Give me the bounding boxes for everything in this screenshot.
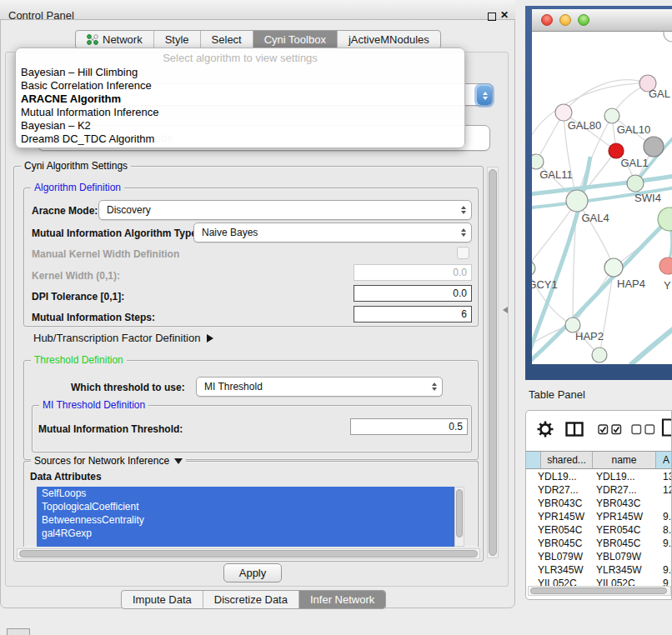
hub-definition-label: Hub/Transcription Factor Definition xyxy=(33,332,200,344)
which-threshold-combo[interactable]: MI Threshold xyxy=(196,377,443,397)
network-node[interactable] xyxy=(592,348,607,362)
attribute-item[interactable]: gal4RGexp xyxy=(37,527,454,540)
settings-scrollbar[interactable] xyxy=(487,167,499,558)
tab-jactivemnodules[interactable]: jActiveMNodules xyxy=(337,31,440,48)
table-cell: 12 xyxy=(663,484,672,496)
network-node-swi4[interactable] xyxy=(627,175,644,192)
threshold-definition-title: Threshold Definition xyxy=(31,354,127,367)
network-node-gal10[interactable] xyxy=(604,108,619,123)
tab-network[interactable]: Network xyxy=(76,31,153,48)
tab-style[interactable]: Style xyxy=(153,31,200,48)
mi-threshold-field[interactable] xyxy=(350,418,468,435)
tab-discretize-data[interactable]: Discretize Data xyxy=(203,591,298,608)
gear-icon[interactable] xyxy=(536,420,554,438)
minimize-traffic-light-icon[interactable] xyxy=(559,14,571,26)
network-node[interactable] xyxy=(664,32,672,42)
tab-select[interactable]: Select xyxy=(200,31,253,48)
algorithm-option[interactable]: Bayesian – K2 xyxy=(21,119,91,132)
network-node[interactable] xyxy=(644,137,664,157)
table-cell: YER054C xyxy=(596,524,640,536)
table-cell: 9. xyxy=(663,538,671,549)
network-node-hap4[interactable] xyxy=(604,258,623,277)
tab-label: Network xyxy=(103,33,143,46)
tab-cyni-toolbox[interactable]: Cyni Toolbox xyxy=(253,31,337,48)
split-columns-icon[interactable] xyxy=(565,422,584,437)
algorithm-option[interactable]: ARACNE Algorithm xyxy=(21,92,121,106)
table-row[interactable]: YBL079WYBL079W xyxy=(526,550,672,563)
table-row[interactable]: YDL19...YDL19...13 xyxy=(526,470,672,483)
network-node-gal80[interactable] xyxy=(555,104,572,121)
network-window-titlebar[interactable] xyxy=(532,9,672,32)
float-window-icon[interactable] xyxy=(488,12,496,21)
data-attributes-label: Data Attributes xyxy=(30,471,102,482)
table-cell: YBL079W xyxy=(538,551,583,562)
algorithm-definition-title: Algorithm Definition xyxy=(31,182,124,194)
aracne-mode-combo[interactable]: Discovery xyxy=(98,200,472,220)
mi-steps-label: Mutual Information Steps: xyxy=(32,312,155,323)
network-node-gal4[interactable] xyxy=(566,190,588,212)
zoom-traffic-light-icon[interactable] xyxy=(578,14,589,26)
table-header-col3[interactable]: A xyxy=(656,452,672,468)
table-header-name[interactable]: name xyxy=(593,452,656,468)
table-header-shared-name[interactable]: shared... xyxy=(541,452,593,468)
table-hscrollbar[interactable] xyxy=(528,586,671,596)
mi-type-combo[interactable]: Naive Bayes xyxy=(193,222,472,242)
mi-steps-field[interactable] xyxy=(354,306,472,322)
mi-threshold-label: Mutual Information Threshold: xyxy=(38,423,183,435)
document-icon[interactable] xyxy=(661,418,672,437)
mi-threshold-group-title: MI Threshold Definition xyxy=(39,399,148,412)
combo-spinner-button[interactable] xyxy=(477,86,492,105)
tab-impute-data[interactable]: Impute Data xyxy=(122,591,203,608)
table-row[interactable]: YER054CYER054C8. xyxy=(526,523,672,537)
table-row[interactable]: YBR045CYBR045C9. xyxy=(526,537,672,550)
docked-panel-button[interactable] xyxy=(7,628,30,635)
table-row[interactable]: YDR27...YDR27...12 xyxy=(526,483,672,497)
algorithm-option[interactable]: Bayesian – Hill Climbing xyxy=(21,66,138,79)
apply-button[interactable]: Apply xyxy=(223,563,282,582)
table-row[interactable]: YLR345WYLR345W9. xyxy=(526,563,672,577)
splitter-collapse-arrow-icon[interactable] xyxy=(503,307,508,313)
close-icon[interactable]: ✕ xyxy=(500,9,509,21)
table-hscrollbar-thumb[interactable] xyxy=(530,588,667,594)
kernel-width-field[interactable] xyxy=(354,264,472,281)
table-panel-title: Table Panel xyxy=(529,388,585,401)
settings-hscrollbar[interactable] xyxy=(17,548,480,559)
attribute-item[interactable]: TopologicalCoefficient xyxy=(37,500,454,513)
collapse-down-icon xyxy=(174,458,183,464)
table-row[interactable]: YPR145WYPR145W9. xyxy=(526,510,672,523)
table-cell: YDL19... xyxy=(538,471,577,482)
sources-group-title[interactable]: Sources for Network Inference xyxy=(31,455,186,468)
show-columns-checked-icon[interactable] xyxy=(598,424,623,435)
table-header-hidden-col[interactable] xyxy=(526,452,541,468)
table-cell: YLR345W xyxy=(538,564,584,576)
network-canvas[interactable]: GALGAL80GAL10GAL1GAL11SWI4GAL4GCY1HAP4YH… xyxy=(532,32,672,364)
table-row[interactable]: YBR043CYBR043C xyxy=(526,497,672,510)
attributes-scrollbar-thumb[interactable] xyxy=(456,489,463,538)
table-cell: YBL079W xyxy=(596,551,641,562)
attribute-item[interactable]: BetweennessCentrality xyxy=(37,513,454,527)
hide-columns-unchecked-icon[interactable] xyxy=(631,424,656,435)
attribute-item[interactable]: SelfLoops xyxy=(37,487,454,500)
attributes-scrollbar[interactable] xyxy=(454,487,464,547)
network-node-gcy1[interactable] xyxy=(532,261,535,276)
table-cell: YDR27... xyxy=(596,484,637,496)
algorithm-option[interactable]: Dream8 DC_TDC Algorithm xyxy=(21,132,154,146)
node-label: GAL10 xyxy=(617,123,650,136)
node-label: SWI4 xyxy=(634,192,661,204)
network-node-y[interactable] xyxy=(659,258,672,274)
hub-definition-toggle[interactable]: Hub/Transcription Factor Definition xyxy=(33,332,213,344)
network-node-gal11[interactable] xyxy=(532,154,544,169)
dpi-tolerance-field[interactable] xyxy=(354,285,472,302)
algorithm-option[interactable]: Basic Correlation Inference xyxy=(21,79,152,92)
control-panel-tabbar: NetworkStyleSelectCyni ToolboxjActiveMNo… xyxy=(75,30,441,49)
tab-infer-network[interactable]: Infer Network xyxy=(298,591,385,608)
node-label: GCY1 xyxy=(532,278,558,291)
screen: Control Panel ✕ NetworkStyleSelectCyni T… xyxy=(0,0,672,635)
algorithm-option[interactable]: Mutual Information Inference xyxy=(21,106,158,119)
manual-kernel-checkbox[interactable] xyxy=(457,247,469,259)
tab-label: Cyni Toolbox xyxy=(264,33,326,46)
data-attributes-list[interactable]: SelfLoopsTopologicalCoefficientBetweenne… xyxy=(37,487,454,547)
close-traffic-light-icon[interactable] xyxy=(541,14,553,26)
settings-scrollbar-thumb[interactable] xyxy=(489,169,497,556)
settings-hscrollbar-thumb[interactable] xyxy=(19,550,478,558)
